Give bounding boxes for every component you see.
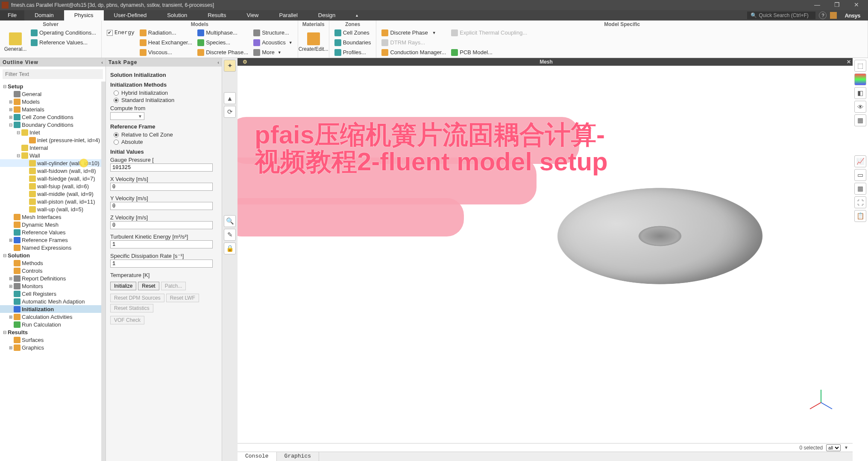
absolute-radio[interactable]: Absolute <box>114 139 217 145</box>
tab-solution[interactable]: Solution <box>157 10 197 20</box>
lock-tool[interactable]: 🔒 <box>224 242 236 254</box>
measure-tool[interactable]: ✎ <box>224 229 236 241</box>
zvel-input[interactable] <box>110 221 213 229</box>
tree-mesh-interfaces[interactable]: Mesh Interfaces <box>0 213 101 221</box>
tab-parallel[interactable]: Parallel <box>269 10 308 20</box>
tree-calc-activities[interactable]: ⊞Calculation Activities <box>0 313 101 321</box>
tree-named-expressions[interactable]: Named Expressions <box>0 244 101 251</box>
tree-surfaces[interactable]: Surfaces <box>0 336 101 344</box>
sdr-input[interactable] <box>110 260 213 268</box>
tree-solution[interactable]: ⊟Solution <box>0 251 101 259</box>
expand-icon[interactable]: ⛶ <box>854 196 866 208</box>
heat-exchanger-button[interactable]: Heat Exchanger... <box>138 38 194 47</box>
tab-results[interactable]: Results <box>197 10 236 20</box>
vp-gear-icon[interactable]: ⚙ <box>243 59 247 65</box>
species-button[interactable]: Species... <box>196 38 250 47</box>
explicit-thermal-button[interactable]: Explicit Thermal Coupling... <box>449 28 529 37</box>
structure-button[interactable]: Structure... <box>252 28 294 37</box>
tree-wall-middle[interactable]: wall-middle (wall, id=9) <box>0 190 101 198</box>
rect-icon[interactable]: ▭ <box>854 169 866 181</box>
tree-monitors[interactable]: ⊞Monitors <box>0 282 101 290</box>
zoom-tool[interactable]: 🔍 <box>224 215 236 227</box>
tree-inlet-item[interactable]: inlet (pressure-inlet, id=4) <box>0 136 101 144</box>
tree-ama[interactable]: Automatic Mesh Adaption <box>0 298 101 305</box>
tree-results[interactable]: ⊟Results <box>0 328 101 336</box>
tree-setup[interactable]: ⊟Setup <box>0 82 101 90</box>
reference-values-button[interactable]: Reference Values... <box>29 38 98 47</box>
close-button[interactable]: ✕ <box>847 0 866 10</box>
boundaries-button[interactable]: Boundaries <box>333 38 373 47</box>
outline-scrollbar[interactable] <box>101 82 106 461</box>
viewport-3d[interactable]: pfais压缩机簧片流固耦合计算- 视频教程2-fluent model set… <box>238 66 853 443</box>
tree-wall-up[interactable]: wall-up (wall, id=5) <box>0 205 101 213</box>
tree-controls[interactable]: Controls <box>0 267 101 274</box>
axis-triad[interactable] <box>806 388 836 417</box>
tree-materials[interactable]: ⊞Materials <box>0 105 101 113</box>
reset-stats-button[interactable]: Reset Statistics <box>110 304 153 312</box>
tree-wall[interactable]: ⊟Wall <box>0 152 101 159</box>
tree-wall-fsiup[interactable]: wall-fsiup (wall, id=6) <box>0 182 101 190</box>
tree-initialization[interactable]: Initialization <box>0 305 101 313</box>
standard-init-radio[interactable]: Standard Initialization <box>114 97 217 103</box>
tree-wall-piston[interactable]: wall-piston (wall, id=11) <box>0 198 101 205</box>
profiles-button[interactable]: Profiles... <box>333 48 373 57</box>
general-button[interactable]: General... <box>3 28 27 56</box>
eye-icon[interactable]: 👁 <box>854 101 866 113</box>
shade-icon[interactable] <box>854 73 866 85</box>
quick-search[interactable]: 🔍 Quick Search (Ctrl+F) <box>747 12 815 19</box>
tree-boundary[interactable]: ⊟Boundary Conditions <box>0 121 101 128</box>
tree-internal[interactable]: Internal <box>0 144 101 152</box>
chevron-down-icon[interactable]: ▼ <box>844 445 848 450</box>
maximize-button[interactable]: ❐ <box>827 0 847 10</box>
outline-filter-input[interactable] <box>3 69 103 79</box>
compute-from-select[interactable]: ▼ <box>110 112 144 120</box>
tree-methods[interactable]: Methods <box>0 259 101 267</box>
tree-models[interactable]: ⊞Models <box>0 98 101 105</box>
pointer-tool[interactable]: ▲ <box>224 92 236 104</box>
yvel-input[interactable] <box>110 202 213 210</box>
cell-zones-button[interactable]: Cell Zones <box>333 28 373 37</box>
refresh-tool[interactable]: ⟳ <box>224 106 236 118</box>
tree-wall-fsidown[interactable]: wall-fsidown (wall, id=8) <box>0 167 101 175</box>
reset-lwf-button[interactable]: Reset LWF <box>166 294 199 302</box>
console-tab[interactable]: Console <box>238 452 277 461</box>
tree-wall-cylinder[interactable]: wall-cylinder (wall, id=10) <box>0 159 101 167</box>
tab-user-defined[interactable]: User-Defined <box>104 10 157 20</box>
tree-graphics[interactable]: ⊞Graphics <box>0 344 101 351</box>
chart-icon[interactable]: 📈 <box>854 155 866 167</box>
tab-view[interactable]: View <box>236 10 269 20</box>
conduction-manager-button[interactable]: Conduction Manager... <box>380 48 448 57</box>
tree-general[interactable]: General <box>0 90 101 98</box>
tree-cell-registers[interactable]: Cell Registers <box>0 290 101 298</box>
tree-wall-fsiedge[interactable]: wall-fsiedge (wall, id=7) <box>0 175 101 182</box>
ms-discrete-phase-button[interactable]: Discrete Phase▼ <box>380 28 448 37</box>
patch-button[interactable]: Patch... <box>161 282 186 290</box>
tke-input[interactable] <box>110 240 213 248</box>
reset-button[interactable]: Reset <box>138 282 159 290</box>
initialize-button[interactable]: Initialize <box>110 282 136 290</box>
tab-physics[interactable]: Physics <box>64 10 104 20</box>
energy-checkbox[interactable]: ✔Energy <box>105 28 136 37</box>
tree-run-calculation[interactable]: Run Calculation <box>0 321 101 328</box>
gauge-pressure-input[interactable] <box>110 163 213 172</box>
operating-conditions-button[interactable]: Operating Conditions... <box>29 28 98 37</box>
panels-icon[interactable] <box>830 12 837 19</box>
hybrid-init-radio[interactable]: Hybrid Initialization <box>114 90 217 96</box>
fit-view-icon[interactable]: ⬚ <box>854 60 866 72</box>
tree-report-definitions[interactable]: ⊞Report Definitions <box>0 274 101 282</box>
tree-cell-zone[interactable]: ⊞Cell Zone Conditions <box>0 113 101 121</box>
outline-tree[interactable]: ⊟Setup General ⊞Models ⊞Materials ⊞Cell … <box>0 82 101 461</box>
graphics-tab[interactable]: Graphics <box>277 452 319 461</box>
dtrm-rays-button[interactable]: DTRM Rays... <box>380 38 448 47</box>
clipboard-icon[interactable]: 📋 <box>854 210 866 222</box>
minimize-button[interactable]: — <box>807 0 827 10</box>
reset-dpm-button[interactable]: Reset DPM Sources <box>110 294 164 302</box>
viscous-button[interactable]: Viscous... <box>138 48 194 57</box>
cube-icon[interactable]: ◧ <box>854 87 866 99</box>
tree-reference-frames[interactable]: ⊞Reference Frames <box>0 236 101 244</box>
tree-inlet[interactable]: ⊟Inlet <box>0 128 101 136</box>
outline-collapse-icon[interactable]: ‹ <box>101 60 103 65</box>
selection-filter-select[interactable]: all <box>826 444 841 451</box>
more-button[interactable]: More▼ <box>252 48 294 57</box>
relative-radio[interactable]: Relative to Cell Zone <box>114 131 217 138</box>
